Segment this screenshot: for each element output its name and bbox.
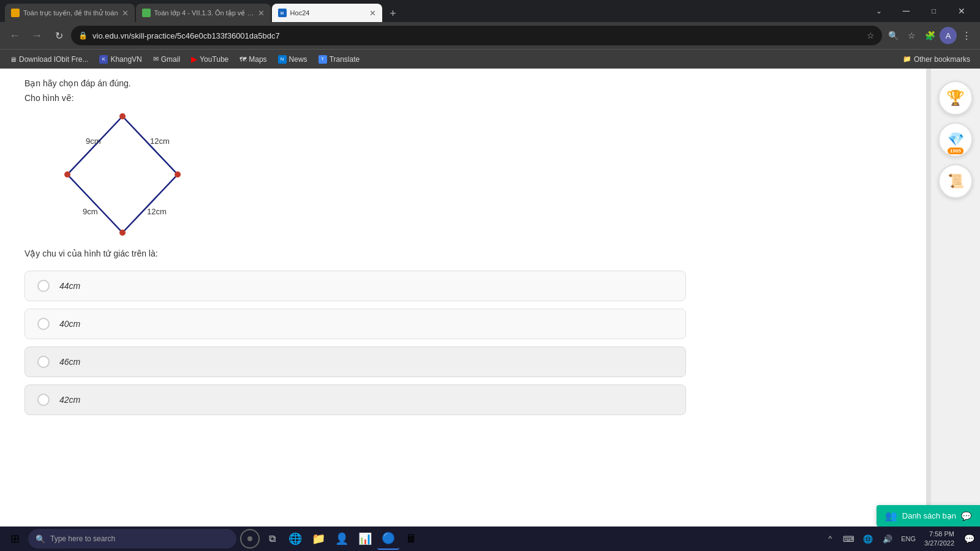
- radio-2[interactable]: [37, 318, 50, 330]
- bookmark-gmail[interactable]: ✉ Gmail: [148, 53, 185, 66]
- answer-option-3[interactable]: 46cm: [24, 347, 686, 377]
- network-icon[interactable]: 🌐: [859, 530, 876, 547]
- menu-icon[interactable]: ⋮: [958, 27, 975, 44]
- svg-text:12cm: 12cm: [147, 207, 167, 216]
- lock-icon: 🔒: [78, 31, 88, 40]
- bookmark-translate[interactable]: T Translate: [314, 53, 365, 66]
- close-button[interactable]: ✕: [948, 0, 975, 22]
- keyboard-icon[interactable]: ⌨: [840, 530, 857, 547]
- bookmark-youtube[interactable]: ▶ YouTube: [186, 53, 233, 66]
- svg-point-2: [119, 230, 126, 236]
- tab-bar: Toán trực tuyến, đề thi thử toán ✕ Toán …: [0, 0, 980, 22]
- tab-2-label: Toán lớp 4 - VII.1.3. Ôn tập về ch...: [154, 9, 254, 17]
- bookmark-news[interactable]: N News: [273, 53, 312, 66]
- start-button[interactable]: ⊞: [2, 527, 27, 551]
- folder-icon: 📁: [903, 55, 911, 63]
- scrollbar[interactable]: [926, 69, 931, 527]
- clock[interactable]: 7:58 PM 3/27/2022: [921, 528, 958, 550]
- other-bookmarks[interactable]: 📁 Other bookmarks: [898, 53, 975, 66]
- calc-icon: 🖩: [406, 533, 417, 545]
- news-icon: N: [278, 55, 287, 64]
- answer-4-text: 42cm: [59, 395, 80, 405]
- answer-option-2[interactable]: 40cm: [24, 309, 686, 339]
- gmail-label: Gmail: [161, 55, 180, 64]
- address-bar: ← → ↻ 🔒 vio.edu.vn/skill-practice/5c46e0…: [0, 22, 980, 49]
- friend-list-button[interactable]: 👥 Danh sách bạn 💬: [876, 505, 980, 527]
- windows-icon: ⊞: [10, 532, 20, 545]
- taskbar-edge[interactable]: 🌐: [284, 528, 306, 550]
- answer-3-text: 46cm: [59, 357, 80, 367]
- tab-1[interactable]: Toán trực tuyến, đề thi thử toán ✕: [5, 4, 135, 22]
- taskbar-office[interactable]: 📊: [354, 528, 376, 550]
- gem-badge[interactable]: 💎 1905: [938, 122, 973, 157]
- iobit-label: Download IObit Fre...: [19, 55, 88, 64]
- friend-list-icon: 👥: [885, 510, 897, 522]
- svg-text:9cm: 9cm: [86, 137, 101, 146]
- refresh-button[interactable]: ↻: [49, 26, 69, 45]
- profile-icon[interactable]: A: [940, 27, 957, 44]
- taskbar-people[interactable]: 👤: [331, 528, 353, 550]
- news-label: News: [289, 55, 307, 64]
- translate-label: Translate: [330, 55, 360, 64]
- tab-1-label: Toán trực tuyến, đề thi thử toán: [23, 9, 118, 17]
- forward-button[interactable]: →: [27, 26, 47, 45]
- url-bar[interactable]: 🔒 vio.edu.vn/skill-practice/5c46e0cb133f…: [71, 26, 882, 45]
- answer-option-1[interactable]: 44cm: [24, 271, 686, 301]
- bookmark-iobit[interactable]: 🖥 Download IObit Fre...: [5, 53, 93, 66]
- minimize-button[interactable]: ─: [892, 0, 920, 22]
- youtube-label: YouTube: [200, 55, 228, 64]
- language-indicator[interactable]: ENG: [899, 534, 918, 544]
- instruction-text: Bạn hãy chọn đáp án đúng.: [24, 78, 902, 88]
- tab-3-close[interactable]: ✕: [369, 9, 376, 18]
- new-tab-button[interactable]: +: [383, 5, 403, 22]
- radio-3[interactable]: [37, 356, 50, 368]
- edge-icon: 🌐: [288, 532, 302, 545]
- cortana-button[interactable]: [240, 529, 260, 549]
- search-addr-icon[interactable]: 🔍: [884, 27, 902, 44]
- friend-list-label: Danh sách bạn: [902, 511, 956, 520]
- trophy-badge[interactable]: 🏆: [938, 81, 973, 115]
- gem-count: 1905: [948, 148, 963, 154]
- taskbar-chrome[interactable]: 🔵: [377, 528, 399, 550]
- bookmarks-bar: 🖥 Download IObit Fre... K KhangVN ✉ Gmai…: [0, 49, 980, 69]
- extension-icon[interactable]: 🧩: [921, 27, 938, 44]
- back-button[interactable]: ←: [5, 26, 24, 45]
- khangvn-icon: K: [99, 55, 108, 64]
- radio-1[interactable]: [37, 280, 50, 292]
- scroll-badge[interactable]: 📜: [938, 164, 973, 198]
- task-view-button[interactable]: ⧉: [261, 528, 283, 550]
- taskbar-explorer[interactable]: 📁: [307, 528, 330, 550]
- answer-option-4[interactable]: 42cm: [24, 384, 686, 415]
- tab-1-close[interactable]: ✕: [122, 9, 129, 18]
- bookmark-maps[interactable]: 🗺 Maps: [235, 53, 271, 66]
- taskbar-search[interactable]: 🔍 Type here to search: [28, 529, 236, 549]
- svg-point-1: [175, 171, 181, 178]
- tab-1-favicon: [11, 9, 20, 17]
- diamond-svg: 9cm 12cm 9cm 12cm: [37, 110, 208, 239]
- date-display: 3/27/2022: [924, 539, 954, 548]
- translate-icon: T: [318, 55, 327, 64]
- down-arrow-btn[interactable]: ⌄: [865, 0, 892, 22]
- show-hidden-icons[interactable]: ^: [823, 530, 837, 547]
- chrome-icon: 🔵: [382, 531, 395, 545]
- tab-3-label: Hoc24: [290, 9, 366, 17]
- iobit-icon: 🖥: [10, 56, 17, 63]
- window-controls: ⌄ ─ □ ✕: [865, 0, 975, 22]
- extensions-area: 🔍 ☆ 🧩 A ⋮: [884, 27, 975, 44]
- tab-2-close[interactable]: ✕: [258, 9, 265, 18]
- volume-icon[interactable]: 🔊: [879, 530, 896, 547]
- taskbar-calculator[interactable]: 🖩: [401, 528, 423, 550]
- youtube-icon: ▶: [191, 54, 197, 64]
- svg-point-3: [64, 171, 70, 178]
- star-icon[interactable]: ☆: [867, 31, 875, 40]
- people-icon: 👤: [335, 532, 349, 545]
- notification-button[interactable]: 💬: [960, 530, 978, 547]
- bookmark-khangvn[interactable]: K KhangVN: [94, 53, 146, 66]
- maximize-button[interactable]: □: [920, 0, 948, 22]
- trophy-icon: 🏆: [946, 89, 965, 107]
- tab-3[interactable]: H Hoc24 ✕: [272, 4, 382, 22]
- bookmark-icon[interactable]: ☆: [903, 27, 920, 44]
- gmail-icon: ✉: [153, 55, 159, 63]
- tab-2[interactable]: Toán lớp 4 - VII.1.3. Ôn tập về ch... ✕: [136, 4, 271, 22]
- radio-4[interactable]: [37, 394, 50, 406]
